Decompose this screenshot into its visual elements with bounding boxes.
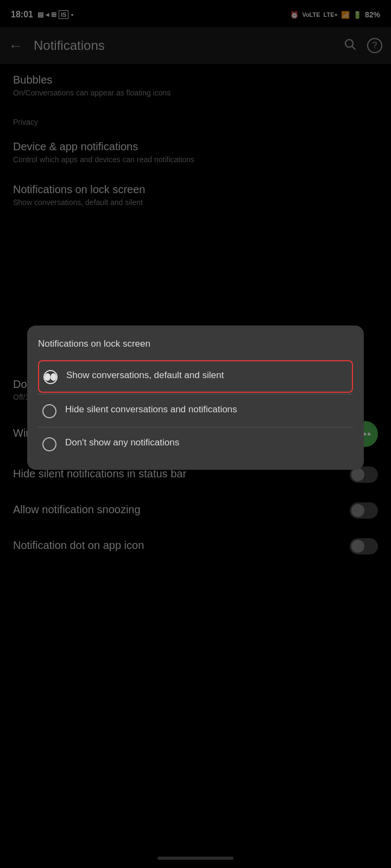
radio-circle-1 bbox=[43, 370, 58, 384]
lock-screen-dialog: Notifications on lock screen Show conver… bbox=[27, 326, 364, 470]
radio-circle-3 bbox=[42, 437, 56, 451]
dialog-option-1[interactable]: Show conversations, default and silent bbox=[38, 360, 353, 393]
divider-2 bbox=[38, 427, 353, 427]
dialog-title: Notifications on lock screen bbox=[38, 339, 353, 349]
option-1-label: Show conversations, default and silent bbox=[66, 369, 224, 382]
option-2-label: Hide silent conversations and notificati… bbox=[65, 403, 237, 416]
radio-circle-2 bbox=[42, 404, 56, 418]
dialog-option-2[interactable]: Hide silent conversations and notificati… bbox=[38, 395, 353, 426]
dialog-option-3[interactable]: Don't show any notifications bbox=[38, 429, 353, 459]
divider-1 bbox=[38, 394, 353, 394]
option-3-label: Don't show any notifications bbox=[65, 436, 179, 449]
